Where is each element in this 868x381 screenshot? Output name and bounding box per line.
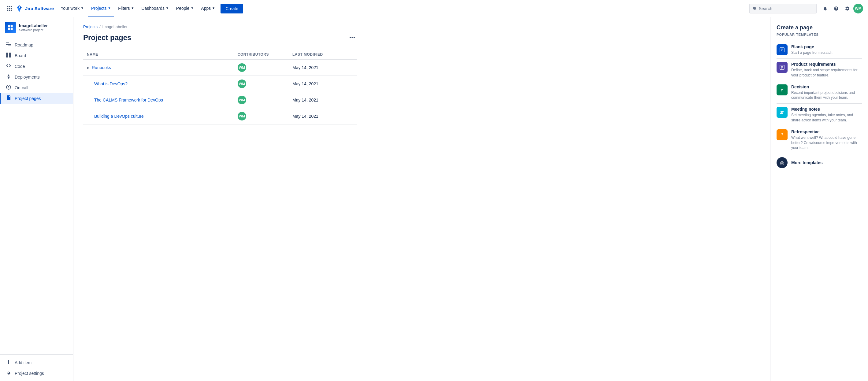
template-icon: Y — [777, 85, 787, 95]
breadcrumb-current: ImageLabeller — [102, 25, 128, 29]
sidebar-navigation: Roadmap Board Code Deployments — [0, 37, 73, 106]
sidebar: ImageLabeller Software project Roadmap B… — [0, 17, 73, 381]
popular-templates-label: POPULAR TEMPLATES — [777, 33, 862, 36]
template-content: Decision Record important project decisi… — [791, 85, 862, 101]
create-button[interactable]: Create — [220, 4, 243, 13]
sidebar-item-code[interactable]: Code — [0, 61, 73, 71]
svg-rect-15 — [6, 55, 8, 58]
search-box[interactable] — [749, 4, 817, 13]
project-name: ImageLabeller — [19, 23, 48, 28]
topnav-icon-group: WM — [820, 4, 863, 13]
nav-people[interactable]: People ▼ — [173, 0, 197, 17]
breadcrumb: Projects / ImageLabeller — [83, 25, 357, 29]
col-header-name: Name — [83, 50, 234, 59]
help-button[interactable] — [831, 4, 841, 13]
nav-dashboards[interactable]: Dashboards ▼ — [138, 0, 172, 17]
svg-rect-7 — [9, 10, 10, 11]
notifications-button[interactable] — [820, 4, 830, 13]
template-item-retrospective[interactable]: ? Retrospective What went well? What cou… — [777, 126, 862, 154]
dashboards-chevron-icon: ▼ — [166, 6, 169, 10]
svg-rect-8 — [11, 10, 12, 11]
contributor-avatar: WM — [238, 63, 246, 72]
template-desc: Start a page from scratch. — [791, 50, 833, 55]
projects-chevron-icon: ▼ — [108, 6, 111, 10]
svg-rect-1 — [9, 6, 10, 7]
contributor-avatar: WM — [238, 112, 246, 121]
svg-point-27 — [782, 111, 783, 113]
gear-icon — [845, 6, 850, 11]
table-row: Building a DevOps culture WM May 14, 202… — [83, 108, 357, 124]
page-name-cell: The CALMS Framework for DevOps — [87, 98, 230, 102]
table-row: The CALMS Framework for DevOps WM May 14… — [83, 92, 357, 108]
sidebar-item-deployments[interactable]: Deployments — [0, 71, 73, 82]
template-name: Blank page — [791, 44, 833, 49]
svg-text:Y: Y — [780, 88, 783, 92]
add-item-label: Add item — [15, 360, 31, 365]
brand-name: Jira Software — [25, 6, 54, 11]
template-name: Meeting notes — [791, 107, 862, 112]
jira-logo[interactable]: Jira Software — [15, 5, 54, 12]
last-modified-date: May 14, 2021 — [292, 98, 318, 102]
page-link[interactable]: Building a DevOps culture — [94, 114, 144, 119]
templates-list: Blank page Start a page from scratch. Pr… — [777, 41, 862, 172]
svg-rect-9 — [8, 25, 10, 28]
svg-rect-2 — [11, 6, 12, 7]
more-options-button[interactable]: ••• — [347, 33, 357, 42]
bell-icon — [823, 6, 828, 11]
sidebar-item-board[interactable]: Board — [0, 50, 73, 61]
template-item-blank[interactable]: Blank page Start a page from scratch. — [777, 41, 862, 58]
svg-rect-16 — [9, 55, 11, 58]
project-type: Software project — [19, 28, 48, 32]
table-header: Name Contributors Last modified — [83, 50, 357, 59]
last-modified-date: May 14, 2021 — [292, 114, 318, 119]
settings-button[interactable] — [842, 4, 852, 13]
page-link[interactable]: Runbooks — [92, 65, 111, 70]
page-link[interactable]: The CALMS Framework for DevOps — [94, 98, 163, 102]
breadcrumb-projects-link[interactable]: Projects — [83, 25, 98, 29]
main-inner: Projects / ImageLabeller Project pages •… — [73, 17, 367, 132]
nav-projects[interactable]: Projects ▼ — [88, 0, 114, 17]
template-desc: What went well? What could have gone bet… — [791, 135, 862, 151]
search-input[interactable] — [759, 6, 813, 11]
sidebar-item-roadmap[interactable]: Roadmap — [0, 39, 73, 50]
user-avatar[interactable]: WM — [853, 4, 863, 13]
last-modified-date: May 14, 2021 — [292, 65, 318, 70]
sidebar-item-oncall[interactable]: On-call — [0, 82, 73, 93]
oncall-label: On-call — [15, 85, 28, 90]
svg-rect-10 — [11, 25, 13, 28]
code-label: Code — [15, 64, 25, 69]
contributor-avatar: WM — [238, 80, 246, 88]
page-expand-chevron[interactable]: ▶ — [87, 66, 89, 70]
svg-rect-12 — [11, 28, 13, 30]
table-row: ▶ Runbooks WM May 14, 2021 — [83, 59, 357, 76]
last-modified-date: May 14, 2021 — [292, 81, 318, 86]
nav-filters[interactable]: Filters ▼ — [115, 0, 137, 17]
deployments-icon — [5, 74, 11, 80]
template-icon: ? — [777, 129, 787, 140]
sidebar-item-add-item[interactable]: Add item — [0, 357, 73, 368]
template-item-meeting-notes[interactable]: Meeting notes Set meeting agendas, take … — [777, 104, 862, 126]
oncall-icon — [5, 85, 11, 91]
roadmap-icon — [5, 42, 11, 48]
template-name: Retrospective — [791, 129, 862, 134]
nav-your-work[interactable]: Your work ▼ — [58, 0, 87, 17]
nav-apps[interactable]: Apps ▼ — [198, 0, 218, 17]
right-panel: Create a page POPULAR TEMPLATES Blank pa… — [770, 17, 868, 381]
page-link[interactable]: What is DevOps? — [94, 81, 128, 86]
ellipsis-icon: ••• — [349, 35, 355, 41]
breadcrumb-separator: / — [99, 25, 101, 29]
sidebar-item-project-settings[interactable]: Project settings — [0, 368, 73, 379]
template-item-decision[interactable]: Y Decision Record important project deci… — [777, 81, 862, 104]
help-icon — [834, 6, 839, 11]
project-pages-icon — [5, 95, 11, 101]
code-icon — [5, 63, 11, 69]
app-switcher-icon[interactable] — [5, 4, 14, 13]
create-page-title: Create a page — [777, 25, 862, 31]
sidebar-item-project-pages[interactable]: Project pages — [0, 93, 73, 104]
template-icon — [777, 62, 787, 73]
template-item-product-req[interactable]: Product requirements Define, track and s… — [777, 59, 862, 81]
sidebar-bottom: Add item Project settings — [0, 354, 73, 381]
more-templates-item[interactable]: ◎ More templates — [777, 154, 862, 172]
template-name: Decision — [791, 85, 862, 89]
page-name-cell: Building a DevOps culture — [87, 114, 230, 119]
